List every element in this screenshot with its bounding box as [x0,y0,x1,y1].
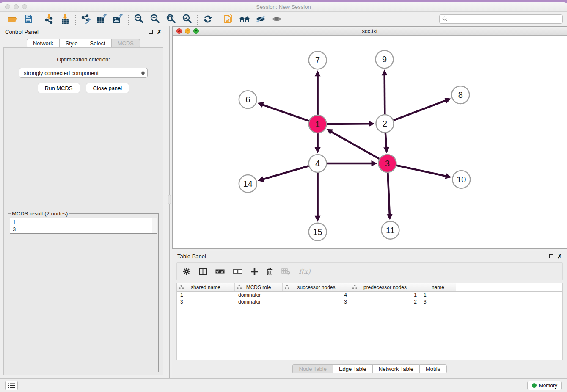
control-panel-title: Control Panel [5,29,39,35]
open-session-button[interactable] [4,13,20,25]
memory-button[interactable]: Memory [527,381,562,390]
tab-network[interactable]: Network [27,39,59,48]
column-header-mcds-role[interactable]: MCDS role [235,283,283,291]
show-all-button[interactable] [269,13,285,25]
mcds-result-group: MCDS result (2 nodes) 1 3 [8,210,159,372]
status-bar: Memory [0,378,567,392]
graph-edge-2-8[interactable] [393,100,446,121]
mcds-result-title: MCDS result (2 nodes) [11,210,69,217]
tab-network-table[interactable]: Network Table [372,364,419,373]
show-log-button[interactable] [5,381,18,390]
graph-node-label: 3 [385,159,390,168]
tree-icon [179,285,184,289]
graph-edge-arrowhead [258,177,264,182]
search-input[interactable] [450,16,560,22]
new-network-from-selection-button[interactable] [220,13,237,25]
function-builder-button[interactable]: f(x) [299,268,310,276]
graph-edge-3-11[interactable] [388,172,390,215]
select-all-columns-button[interactable] [215,269,225,274]
control-panel-header: Control Panel ✗ [0,26,167,37]
hide-selected-button[interactable] [253,13,269,25]
close-table-panel-icon[interactable]: ✗ [557,254,562,259]
panel-divider[interactable] [167,26,172,378]
toolbar-separator [128,14,129,25]
tab-motifs[interactable]: Motifs [419,364,447,373]
tab-select[interactable]: Select [84,39,111,48]
unchecked-boxes-icon [233,269,242,274]
memory-label: Memory [539,383,557,389]
table-row[interactable]: 3 dominator 3 2 3 [177,298,562,305]
run-mcds-button[interactable]: Run MCDS [38,83,80,93]
column-header-shared-name[interactable]: shared name [177,283,235,291]
graph-edge-1-2[interactable] [326,124,370,124]
column-header-successor-nodes[interactable]: successor nodes [283,283,350,291]
delete-columns-button[interactable] [267,268,273,275]
export-network-button[interactable] [78,13,94,25]
import-network-button[interactable] [41,13,57,25]
table-row[interactable]: 1 dominator 4 1 1 [177,292,562,298]
graph-edge-1-6[interactable] [262,105,310,121]
toolbar-separator [75,14,76,25]
graph-node-label: 9 [382,55,387,64]
tab-style[interactable]: Style [59,39,84,48]
tab-edge-table[interactable]: Edge Table [333,364,372,373]
zoom-fit-button[interactable] [163,13,179,25]
columns-icon [199,268,207,275]
zoom-out-icon [150,14,160,24]
home-button[interactable] [237,13,253,25]
tab-mcds[interactable]: MCDS [111,39,140,48]
graph-edge-4-14[interactable] [262,166,309,179]
column-header-predecessor-nodes[interactable]: predecessor nodes [350,283,420,291]
zoom-in-button[interactable] [131,13,147,25]
checked-boxes-icon [215,269,225,274]
graph-edge-2-9[interactable] [385,75,385,115]
graph-edge-3-1[interactable] [331,132,380,159]
column-header-name[interactable]: name [420,283,456,291]
graph-node-label: 6 [245,95,250,104]
zoom-out-button[interactable] [147,13,163,25]
select-stepper-icon [141,71,145,75]
import-table-button[interactable] [57,13,73,25]
search-icon [442,16,448,22]
unselect-all-columns-button[interactable] [233,269,242,274]
export-table-button[interactable] [94,13,110,25]
close-panel-icon[interactable]: ✗ [157,29,162,35]
graph-node-label: 14 [243,179,253,188]
close-panel-button[interactable]: Close panel [86,83,129,93]
graph-node-label: 4 [315,159,320,168]
mcds-result-text[interactable]: 1 3 [10,218,152,233]
graph-edge-arrowhead [445,173,451,179]
network-canvas[interactable]: 7968124314101511 [173,36,567,248]
export-image-button[interactable] [110,13,126,25]
plus-icon [251,268,258,275]
refresh-view-button[interactable] [200,13,216,25]
tree-icon [237,285,242,289]
graph-node-label: 15 [313,227,322,237]
trash-icon [267,268,273,275]
search-field-container [439,14,563,24]
zoom-selected-button[interactable] [179,13,195,25]
graph-node-label: 2 [383,119,387,128]
zoom-fit-icon [166,14,176,24]
import-table-icon [61,14,70,24]
zoom-in-icon [134,14,144,24]
delete-table-button[interactable] [281,268,290,275]
float-table-panel-icon[interactable] [549,254,553,258]
divider-grip[interactable] [168,195,171,204]
toolbar-separator [197,14,198,25]
graph-edge-2-3[interactable] [385,132,386,148]
memory-status-icon [532,383,537,388]
show-column-button[interactable] [199,268,207,275]
create-column-button[interactable] [251,268,258,275]
graph-edge-3-10[interactable] [396,165,446,176]
toolbar-separator [218,14,218,25]
float-panel-icon[interactable] [149,30,153,34]
optimization-criterion-select[interactable]: strongly connected component [19,68,148,78]
save-session-button[interactable] [20,13,36,25]
window-title: Session: New Session [0,4,567,10]
graph-edge-arrowhead [387,214,393,220]
result-scrollbar[interactable] [152,218,157,233]
tab-node-table[interactable]: Node Table [292,364,333,373]
table-options-button[interactable] [183,268,190,275]
graph-node-label: 10 [457,175,466,184]
